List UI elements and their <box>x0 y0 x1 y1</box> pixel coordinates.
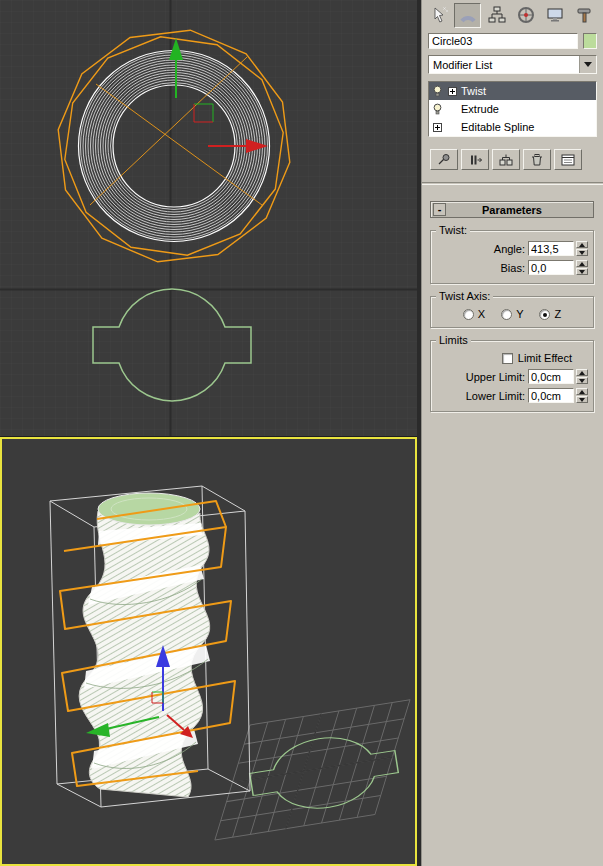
modifier-label: Extrude <box>461 103 499 115</box>
twist-axis-group: Twist Axis: X Y Z <box>430 296 594 328</box>
lower-limit-row: Lower Limit: <box>436 386 588 405</box>
lower-limit-label: Lower Limit: <box>466 390 525 402</box>
3dsmax-window: Modifier List Twist <box>0 0 603 866</box>
axis-x-label: X <box>478 308 485 320</box>
limit-effect-label: Limit Effect <box>518 352 572 364</box>
spin-down-button[interactable] <box>576 249 588 256</box>
spin-down-button[interactable] <box>576 377 588 384</box>
trash-icon <box>529 153 545 167</box>
spin-down-button[interactable] <box>576 396 588 403</box>
bias-label: Bias: <box>501 262 525 274</box>
modifier-stack-item-editable-spline[interactable]: Editable Spline <box>429 118 596 136</box>
axis-z-option[interactable]: Z <box>539 308 561 320</box>
tab-motion[interactable] <box>512 3 539 28</box>
angle-label: Angle: <box>494 243 525 255</box>
modifier-list-label: Modifier List <box>429 56 579 73</box>
viewport-grid <box>0 0 417 436</box>
motion-wheel-icon <box>516 5 536 25</box>
perspective-canvas <box>2 439 415 864</box>
axis-radio-row: X Y Z <box>436 305 588 321</box>
angle-spinner[interactable] <box>576 241 588 256</box>
configure-modifier-sets-button[interactable] <box>554 149 582 170</box>
spin-down-button[interactable] <box>576 268 588 275</box>
axis-z-label: Z <box>554 308 561 320</box>
command-panel: Modifier List Twist <box>421 0 603 866</box>
object-name-input[interactable] <box>428 33 578 49</box>
tab-modify[interactable] <box>454 3 481 28</box>
axis-y-radio[interactable] <box>501 309 512 320</box>
create-arrow-icon <box>429 5 449 25</box>
axis-x-radio[interactable] <box>463 309 474 320</box>
spin-up-button[interactable] <box>576 369 588 376</box>
lower-limit-input[interactable] <box>528 388 574 403</box>
object-color-swatch[interactable] <box>583 33 597 49</box>
axis-x-option[interactable]: X <box>463 308 485 320</box>
bulb-icon[interactable] <box>431 85 443 98</box>
spin-up-button[interactable] <box>576 241 588 248</box>
modify-arc-icon <box>458 5 478 25</box>
bias-row: Bias: <box>436 258 588 277</box>
parameters-rollout-header[interactable]: - Parameters <box>430 201 594 218</box>
axis-y-label: Y <box>516 308 523 320</box>
modifier-list-row: Modifier List <box>422 51 603 76</box>
panel-divider <box>422 182 603 185</box>
upper-limit-row: Upper Limit: <box>436 367 588 386</box>
bulb-icon[interactable] <box>431 103 443 116</box>
tab-hierarchy[interactable] <box>483 3 510 28</box>
limits-group: Limits Limit Effect Upper Limit: Lower L… <box>430 340 594 412</box>
pin-stack-button[interactable] <box>430 149 458 170</box>
utilities-hammer-icon <box>574 5 594 25</box>
pin-icon <box>436 153 452 167</box>
rollout-title: Parameters <box>448 204 576 216</box>
show-end-result-icon <box>467 153 483 167</box>
collapse-rollout-button[interactable]: - <box>433 203 446 216</box>
modifier-stack-item-twist[interactable]: Twist <box>429 82 596 100</box>
hierarchy-boxes-icon <box>487 5 507 25</box>
spin-up-button[interactable] <box>576 260 588 267</box>
display-monitor-icon <box>545 5 565 25</box>
upper-limit-input[interactable] <box>528 369 574 384</box>
object-name-row <box>422 28 603 51</box>
limit-effect-checkbox[interactable] <box>502 353 513 364</box>
tab-display[interactable] <box>541 3 568 28</box>
spin-up-button[interactable] <box>576 388 588 395</box>
lower-limit-spinner[interactable] <box>576 388 588 403</box>
modifier-list-dropdown[interactable]: Modifier List <box>428 55 597 74</box>
modifier-label: Twist <box>461 85 486 97</box>
twist-axis-group-title: Twist Axis: <box>436 290 493 302</box>
top-view-canvas <box>0 0 417 436</box>
axis-z-radio[interactable] <box>539 309 550 320</box>
show-end-result-button[interactable] <box>461 149 489 170</box>
chevron-down-icon <box>584 62 592 71</box>
angle-input[interactable] <box>528 241 574 256</box>
limits-group-title: Limits <box>436 334 471 346</box>
viewport-perspective-active[interactable] <box>0 437 417 866</box>
twist-group: Twist: Angle: Bias: <box>430 230 594 284</box>
make-unique-button[interactable] <box>492 149 520 170</box>
upper-limit-spinner[interactable] <box>576 369 588 384</box>
expand-plus-icon[interactable] <box>431 123 443 132</box>
viewport-top[interactable] <box>0 0 417 437</box>
modifier-stack-toolbar <box>422 137 603 174</box>
angle-row: Angle: <box>436 239 588 258</box>
twist-group-title: Twist: <box>436 224 470 236</box>
bias-input[interactable] <box>528 260 574 275</box>
modifier-stack: Twist Extrude Editable Spline <box>428 81 597 137</box>
configure-sets-icon <box>560 153 576 167</box>
modifier-label: Editable Spline <box>461 121 534 133</box>
tab-utilities[interactable] <box>570 3 597 28</box>
expand-plus-icon[interactable] <box>446 87 458 96</box>
make-unique-icon <box>498 153 514 167</box>
dropdown-arrow-button[interactable] <box>579 56 596 73</box>
tab-create[interactable] <box>425 3 452 28</box>
bias-spinner[interactable] <box>576 260 588 275</box>
axis-y-option[interactable]: Y <box>501 308 523 320</box>
modifier-stack-item-extrude[interactable]: Extrude <box>429 100 596 118</box>
upper-limit-label: Upper Limit: <box>466 371 525 383</box>
command-panel-tabs <box>422 0 603 28</box>
limit-effect-row: Limit Effect <box>436 349 588 367</box>
remove-modifier-button[interactable] <box>523 149 551 170</box>
